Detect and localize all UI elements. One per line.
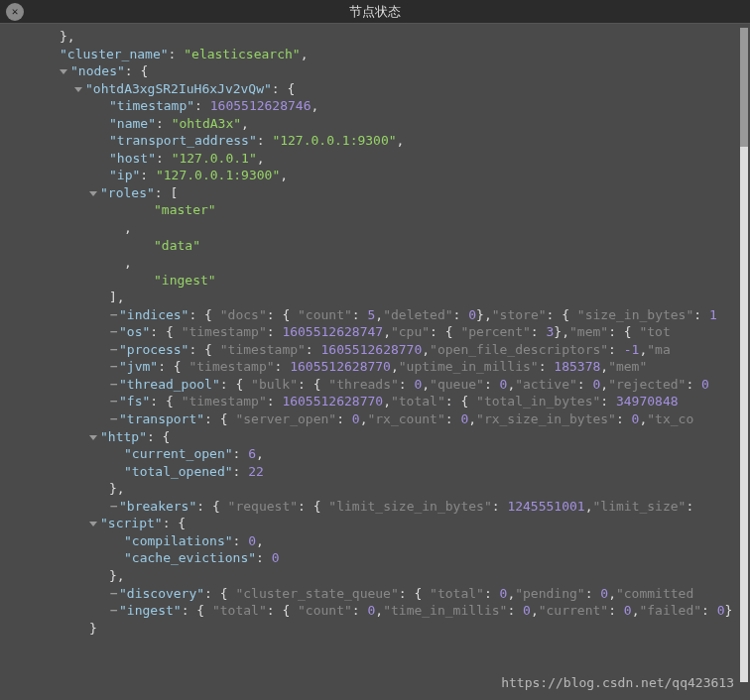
thread-pool-row[interactable]: −"thread_pool": { "bulk": { "threads": 0…: [10, 376, 740, 394]
process-row[interactable]: −"process": { "timestamp": 1605512628770…: [10, 341, 740, 359]
watermark: https://blog.csdn.net/qq423613: [501, 675, 734, 690]
fs-row[interactable]: −"fs": { "timestamp": 1605512628770,"tot…: [10, 393, 740, 410]
collapse-arrow-icon[interactable]: [89, 191, 97, 196]
timestamp-row: "timestamp": 1605512628746,: [10, 97, 740, 115]
brace-close: }: [10, 620, 740, 638]
expand-dash-icon[interactable]: −: [109, 341, 119, 359]
breakers-row[interactable]: −"breakers": { "request": { "limit_size_…: [10, 498, 740, 516]
ip-row: "ip": "127.0.0.1:9300",: [10, 167, 740, 184]
expand-dash-icon[interactable]: −: [109, 498, 119, 516]
comma: ,: [10, 219, 740, 237]
cache-evictions-row: "cache_evictions": 0: [10, 549, 740, 567]
indices-row[interactable]: −"indices": { "docs": { "count": 5,"dele…: [10, 306, 740, 324]
title-bar: ✕ 节点状态: [0, 0, 750, 24]
roles-row[interactable]: "roles": [: [10, 184, 740, 202]
role-data: "data": [10, 237, 740, 255]
jvm-row[interactable]: −"jvm": { "timestamp": 1605512628770,"up…: [10, 358, 740, 376]
close-icon[interactable]: ✕: [6, 3, 24, 21]
expand-dash-icon[interactable]: −: [109, 358, 119, 376]
expand-dash-icon[interactable]: −: [109, 306, 119, 324]
host-row: "host": "127.0.0.1",: [10, 150, 740, 168]
ingest-row[interactable]: −"ingest": { "total": { "count": 0,"time…: [10, 602, 740, 620]
array-close: ],: [10, 289, 740, 306]
expand-dash-icon[interactable]: −: [109, 585, 119, 603]
transport-row[interactable]: −"transport": { "server_open": 0,"rx_cou…: [10, 410, 740, 428]
window-title: 节点状态: [349, 3, 401, 21]
expand-dash-icon[interactable]: −: [109, 410, 119, 428]
expand-dash-icon[interactable]: −: [109, 602, 119, 620]
name-row: "name": "ohtdA3x",: [10, 115, 740, 133]
collapse-arrow-icon[interactable]: [89, 435, 97, 440]
discovery-row[interactable]: −"discovery": { "cluster_state_queue": {…: [10, 585, 740, 603]
json-viewer: }, "cluster_name": "elasticsearch", "nod…: [0, 24, 750, 688]
transport-address-row: "transport_address": "127.0.0.1:9300",: [10, 132, 740, 150]
nodes-row[interactable]: "nodes": {: [10, 62, 740, 80]
http-row[interactable]: "http": {: [10, 428, 740, 446]
collapse-arrow-icon[interactable]: [60, 69, 67, 74]
current-open-row: "current_open": 6,: [10, 445, 740, 463]
collapse-arrow-icon[interactable]: [74, 87, 82, 92]
expand-dash-icon[interactable]: −: [109, 393, 119, 410]
role-master: "master": [10, 201, 740, 219]
script-row[interactable]: "script": {: [10, 515, 740, 532]
brace-close: },: [10, 480, 740, 498]
collapse-arrow-icon[interactable]: [89, 522, 97, 526]
expand-dash-icon[interactable]: −: [109, 323, 119, 341]
scrollbar-track[interactable]: [740, 28, 748, 682]
expand-dash-icon[interactable]: −: [109, 376, 119, 394]
total-opened-row: "total_opened": 22: [10, 463, 740, 481]
brace: },: [10, 28, 740, 46]
node-id-row[interactable]: "ohtdA3xgSR2IuH6xJv2vQw": {: [10, 80, 740, 98]
scrollbar-thumb[interactable]: [740, 28, 748, 147]
brace-close: },: [10, 567, 740, 585]
role-ingest: "ingest": [10, 272, 740, 290]
comma: ,: [10, 254, 740, 272]
compilations-row: "compilations": 0,: [10, 532, 740, 550]
cluster-name-row: "cluster_name": "elasticsearch",: [10, 46, 740, 63]
os-row[interactable]: −"os": { "timestamp": 1605512628747,"cpu…: [10, 323, 740, 341]
